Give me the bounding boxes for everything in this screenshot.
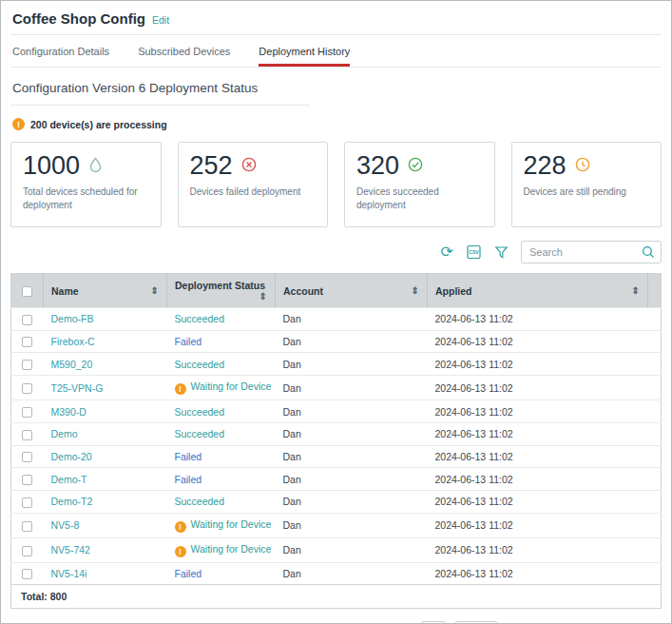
table-row: NV5-742!Waiting for DeviceDan2024-06-13 … [11, 537, 662, 562]
success-circle-icon [408, 157, 423, 176]
search-icon[interactable] [642, 245, 655, 263]
device-name-link[interactable]: Demo-FB [51, 313, 94, 324]
tab-configuration-details[interactable]: Configuration Details [12, 46, 109, 67]
device-name-link[interactable]: NV5-742 [51, 544, 90, 556]
applied-cell: 2024-06-13 11:02 [428, 308, 648, 331]
applied-cell: 2024-06-13 11:02 [428, 445, 648, 468]
stat-total-value: 1000 [23, 152, 80, 179]
search-input[interactable] [521, 241, 662, 263]
deployment-status: Waiting for Device [191, 543, 272, 555]
stat-failed-label: Devices failed deployment [190, 185, 309, 199]
alert-warning-icon: ! [12, 118, 25, 130]
search-box [521, 241, 662, 263]
column-header-applied[interactable]: Applied⇕ [428, 274, 648, 308]
row-checkbox[interactable] [22, 452, 32, 462]
row-checkbox[interactable] [22, 430, 32, 440]
total-row: Total: 800 [11, 585, 662, 609]
refresh-icon[interactable]: ⟳ [441, 244, 453, 260]
spacer-cell [648, 353, 662, 376]
account-cell: Dan [276, 513, 428, 537]
row-checkbox[interactable] [22, 521, 32, 532]
tab-subscribed-devices[interactable]: Subscribed Devices [138, 46, 230, 67]
stat-pending-label: Devices are still pending [524, 185, 643, 199]
tab-bar: Configuration Details Subscribed Devices… [10, 35, 662, 68]
device-name-link[interactable]: Demo-20 [51, 451, 92, 462]
spacer-cell [648, 537, 662, 562]
applied-cell: 2024-06-13 11:02 [428, 376, 648, 400]
svg-text:CSV: CSV [469, 249, 479, 255]
deployment-status: Failed [175, 568, 202, 579]
row-checkbox[interactable] [22, 337, 32, 347]
device-name-link[interactable]: Demo-T2 [51, 496, 93, 507]
spacer-cell [648, 330, 662, 353]
filter-icon[interactable] [494, 245, 509, 260]
row-checkbox[interactable] [22, 475, 32, 485]
applied-cell: 2024-06-13 11:02 [428, 513, 648, 537]
edit-link[interactable]: Edit [152, 14, 169, 26]
stat-card-succeeded: 320 Devices succeeded deployment [344, 142, 495, 227]
device-name-link[interactable]: M390-D [51, 406, 86, 418]
table-row: NV5-14iFailedDan2024-06-13 11:02 [11, 562, 662, 585]
warning-icon: ! [175, 383, 186, 395]
spacer-cell [648, 468, 662, 491]
row-checkbox[interactable] [22, 497, 32, 508]
device-name-link[interactable]: M590_20 [51, 359, 93, 370]
table-toolbar: ⟳ CSV [10, 241, 662, 263]
applied-cell: 2024-06-13 11:02 [428, 537, 648, 562]
device-name-link[interactable]: Demo-T [51, 474, 87, 485]
column-header-name[interactable]: Name⇕ [44, 274, 167, 308]
stat-succeeded-label: Devices succeeded deployment [356, 185, 475, 212]
device-name-link[interactable]: NV5-8 [51, 519, 80, 531]
deployment-table: Name⇕ Deployment Status⇕ Account⇕ Applie… [10, 273, 662, 609]
sort-icon[interactable]: ⇕ [259, 291, 267, 302]
applied-cell: 2024-06-13 11:02 [428, 330, 648, 353]
account-cell: Dan [276, 468, 428, 491]
account-cell: Dan [276, 330, 428, 353]
spacer-cell [648, 422, 662, 445]
table-row: Demo-FBSucceededDan2024-06-13 11:02 [11, 308, 662, 331]
table-row: DemoSucceededDan2024-06-13 11:02 [11, 422, 662, 445]
column-header-account[interactable]: Account⇕ [276, 274, 428, 308]
row-checkbox[interactable] [22, 383, 32, 394]
row-checkbox[interactable] [22, 315, 32, 325]
page-title: Coffee Shop Config [12, 10, 145, 27]
spacer-cell [648, 308, 662, 331]
account-cell: Dan [276, 445, 428, 468]
column-spacer [648, 274, 662, 308]
select-all-checkbox[interactable] [22, 286, 32, 297]
column-header-status[interactable]: Deployment Status⇕ [167, 274, 276, 308]
table-row: Demo-20FailedDan2024-06-13 11:02 [11, 445, 662, 468]
applied-cell: 2024-06-13 11:02 [428, 562, 648, 585]
deployment-status: Failed [175, 336, 202, 347]
table-row: Demo-TFailedDan2024-06-13 11:02 [11, 468, 662, 491]
deployment-status: Failed [175, 474, 202, 485]
device-name-link[interactable]: Firebox-C [51, 336, 95, 347]
device-name-link[interactable]: Demo [51, 428, 78, 439]
row-checkbox[interactable] [22, 407, 32, 418]
row-checkbox[interactable] [22, 569, 32, 579]
account-cell: Dan [276, 308, 428, 331]
row-checkbox[interactable] [22, 546, 32, 556]
spacer-cell [648, 400, 662, 423]
stat-succeeded-value: 320 [356, 152, 399, 179]
tab-deployment-history[interactable]: Deployment History [259, 46, 350, 67]
deployment-status: Waiting for Device [191, 518, 272, 530]
applied-cell: 2024-06-13 11:02 [428, 400, 648, 423]
table-header: Name⇕ Deployment Status⇕ Account⇕ Applie… [11, 274, 662, 308]
csv-export-icon[interactable]: CSV [466, 244, 482, 260]
warning-icon: ! [175, 521, 186, 533]
table-row: M390-DSucceededDan2024-06-13 11:02 [11, 400, 662, 423]
total-label: Total: 800 [11, 585, 662, 609]
row-checkbox[interactable] [22, 360, 32, 370]
device-name-link[interactable]: T25-VPN-G [51, 382, 104, 394]
device-name-link[interactable]: NV5-14i [51, 568, 87, 579]
deployment-status: Succeeded [175, 428, 225, 439]
sort-icon[interactable]: ⇕ [632, 285, 640, 296]
stat-failed-value: 252 [190, 152, 233, 179]
sort-icon[interactable]: ⇕ [151, 285, 159, 296]
account-cell: Dan [276, 376, 428, 400]
spacer-cell [648, 562, 662, 585]
sort-icon[interactable]: ⇕ [412, 285, 419, 296]
table-row: Demo-T2SucceededDan2024-06-13 11:02 [11, 491, 662, 514]
deployment-status: Failed [175, 451, 202, 462]
